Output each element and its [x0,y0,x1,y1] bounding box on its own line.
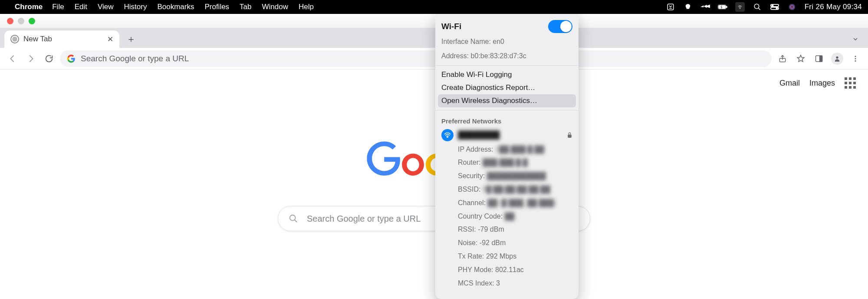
siri-icon[interactable] [787,2,797,12]
profile-avatar[interactable] [830,51,845,66]
security-label: Security: [458,172,485,179]
tab-title: New Tab [23,35,52,43]
search-icon [289,214,298,223]
country-code-value: ██ [505,213,515,220]
svg-rect-17 [820,56,822,61]
wifi-signal-icon [441,129,454,141]
phy-mode-label: PHY Mode: [458,266,493,273]
enable-wifi-logging[interactable]: Enable Wi-Fi Logging [435,68,579,81]
browser-tab[interactable]: New Tab ✕ [4,30,119,48]
tab-favicon-icon [10,35,19,43]
battery-icon[interactable] [718,2,727,12]
svg-point-13 [13,37,17,41]
noise-value: -92 dBm [480,239,506,246]
wifi-toggle[interactable] [548,20,572,33]
chrome-toolbar: Search Google or type a URL [0,48,868,70]
omnibox-placeholder: Search Google or type a URL [81,54,189,63]
menu-bookmarks[interactable]: Bookmarks [157,3,194,11]
create-diagnostics-report[interactable]: Create Diagnostics Report… [435,81,579,94]
svg-point-14 [14,38,16,40]
tx-rate-label: Tx Rate: [458,252,484,260]
menu-edit[interactable]: Edit [75,3,87,11]
new-tab-button[interactable]: ＋ [124,32,138,47]
svg-point-18 [836,56,838,58]
svg-point-19 [855,56,856,57]
wifi-menubar-icon[interactable] [735,2,745,12]
bookmark-icon[interactable] [793,51,808,66]
menu-file[interactable]: File [52,3,64,11]
share-icon[interactable] [775,51,790,66]
images-link[interactable]: Images [809,79,835,88]
chrome-menu-icon[interactable] [848,51,863,66]
sidepanel-icon[interactable] [812,51,826,66]
omnibox[interactable]: Search Google or type a URL [60,50,772,67]
open-wireless-diagnostics[interactable]: Open Wireless Diagnostics… [438,94,576,107]
tabstrip-dropdown-icon[interactable] [848,32,863,47]
menu-tab[interactable]: Tab [240,3,251,11]
ip-address-value: 1██.███.█.██ [495,146,544,153]
menubar-app2-icon[interactable] [683,2,693,12]
wifi-menubar-panel: Wi-Fi Interface Name: en0 Address: b0:be… [435,14,579,299]
mcs-index-label: MCS Index: [458,279,494,287]
menubar-app1-icon[interactable] [666,2,675,12]
window-fullscreen-button[interactable] [29,18,35,24]
chrome-tabstrip: New Tab ✕ ＋ [0,28,868,48]
rssi-label: RSSI: [458,226,476,233]
country-code-label: Country Code: [458,213,503,220]
window-titlebar [0,14,868,28]
svg-point-9 [776,8,777,9]
svg-point-23 [447,137,448,138]
menu-window[interactable]: Window [262,3,288,11]
rssi-value: -79 dBm [478,226,504,233]
svg-point-4 [740,8,740,9]
svg-point-5 [754,4,759,9]
spotlight-icon[interactable] [753,2,762,12]
reload-button[interactable] [42,51,56,66]
macos-menubar: Chrome File Edit View History Bookmarks … [0,0,868,14]
menubar-clock[interactable]: Fri 26 May 09:34 [805,3,862,11]
interface-name-label: Interface Name: [441,38,491,45]
control-center-icon[interactable] [770,2,779,12]
security-value: ████████████ [487,172,546,179]
router-label: Router: [458,159,480,166]
noise-label: Noise: [458,239,477,246]
ip-address-label: IP Address: [458,146,493,153]
menu-view[interactable]: View [98,3,114,11]
menu-profiles[interactable]: Profiles [204,3,229,11]
mac-address-value: b0:be:83:28:d7:3c [471,52,526,60]
channel-label: Channel: [458,199,486,206]
google-apps-icon[interactable] [845,77,856,89]
menu-history[interactable]: History [124,3,147,11]
menubar-app3-icon[interactable] [700,2,710,12]
router-value: ███.███.█.█ [483,159,528,166]
active-app-name[interactable]: Chrome [15,3,43,11]
window-minimize-button[interactable] [18,18,24,24]
new-tab-page: Gmail Images Search Google or type a URL [0,70,868,299]
bssid-value: 9█:██:██:██:██:██ [483,186,550,193]
svg-rect-3 [719,6,726,8]
back-button[interactable] [5,51,20,66]
ntp-search-placeholder: Search Google or type a URL [307,214,421,224]
svg-point-22 [290,215,296,221]
menu-help[interactable]: Help [299,3,314,11]
lock-icon [567,132,572,138]
svg-rect-24 [568,135,572,138]
preferred-networks-header: Preferred Networks [435,113,579,127]
phy-mode-value: 802.11ac [495,266,524,273]
gmail-link[interactable]: Gmail [779,79,800,88]
svg-point-21 [855,60,856,61]
interface-name-value: en0 [493,38,504,45]
forward-button[interactable] [23,51,38,66]
google-g-icon [67,54,76,63]
wifi-panel-title: Wi-Fi [441,22,461,31]
window-close-button[interactable] [7,18,13,24]
wifi-network-row[interactable]: ████████ [435,127,579,143]
channel-value: ██ (█ ███, ██ ███) [488,199,556,206]
tab-close-icon[interactable]: ✕ [107,35,113,44]
svg-rect-2 [726,6,727,8]
tx-rate-value: 292 Mbps [486,252,516,260]
wifi-network-name: ████████ [458,131,500,140]
ntp-top-links: Gmail Images [779,77,856,89]
mac-address-label: Address: [441,52,469,60]
svg-point-7 [772,5,773,6]
